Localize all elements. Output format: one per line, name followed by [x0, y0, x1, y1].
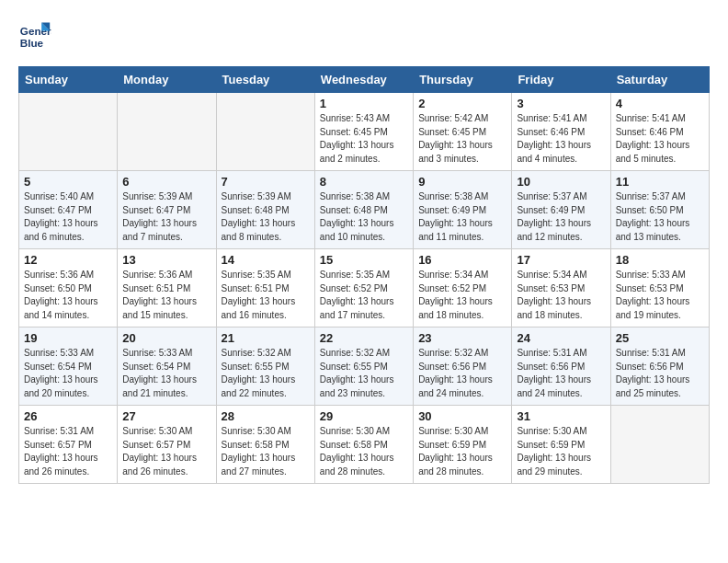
day-info: Sunrise: 5:40 AMSunset: 6:47 PMDaylight:… [24, 190, 112, 244]
calendar-cell: 26Sunrise: 5:31 AMSunset: 6:57 PMDayligh… [19, 406, 118, 484]
day-number: 19 [24, 331, 112, 345]
calendar-cell: 12Sunrise: 5:36 AMSunset: 6:50 PMDayligh… [19, 249, 118, 327]
calendar-week-row: 5Sunrise: 5:40 AMSunset: 6:47 PMDaylight… [19, 171, 710, 249]
calendar-cell: 20Sunrise: 5:33 AMSunset: 6:54 PMDayligh… [118, 327, 216, 406]
calendar-week-row: 19Sunrise: 5:33 AMSunset: 6:54 PMDayligh… [19, 327, 710, 406]
day-number: 15 [320, 253, 408, 267]
day-number: 17 [517, 253, 605, 267]
calendar-cell: 31Sunrise: 5:30 AMSunset: 6:59 PMDayligh… [512, 406, 610, 484]
day-number: 13 [122, 253, 210, 267]
calendar-cell [118, 93, 216, 171]
calendar-cell: 29Sunrise: 5:30 AMSunset: 6:58 PMDayligh… [314, 406, 413, 484]
day-info: Sunrise: 5:38 AMSunset: 6:48 PMDaylight:… [320, 190, 408, 244]
day-number: 24 [517, 331, 605, 345]
svg-text:Blue: Blue [20, 37, 44, 49]
day-number: 2 [418, 97, 506, 110]
calendar-cell: 2Sunrise: 5:42 AMSunset: 6:45 PMDaylight… [414, 93, 512, 171]
calendar-cell: 25Sunrise: 5:31 AMSunset: 6:56 PMDayligh… [610, 327, 709, 406]
day-info: Sunrise: 5:37 AMSunset: 6:50 PMDaylight:… [616, 190, 704, 244]
day-info: Sunrise: 5:30 AMSunset: 6:58 PMDaylight:… [320, 425, 408, 478]
day-number: 3 [517, 97, 605, 110]
day-number: 8 [320, 175, 408, 189]
calendar-week-row: 1Sunrise: 5:43 AMSunset: 6:45 PMDaylight… [19, 93, 710, 171]
day-info: Sunrise: 5:39 AMSunset: 6:47 PMDaylight:… [122, 190, 210, 244]
day-info: Sunrise: 5:32 AMSunset: 6:55 PMDaylight:… [320, 347, 408, 400]
day-number: 20 [122, 331, 210, 345]
weekday-header-row: SundayMondayTuesdayWednesdayThursdayFrid… [19, 67, 710, 93]
day-number: 22 [320, 331, 408, 345]
calendar-cell: 24Sunrise: 5:31 AMSunset: 6:56 PMDayligh… [512, 327, 610, 406]
day-info: Sunrise: 5:36 AMSunset: 6:50 PMDaylight:… [24, 269, 112, 322]
calendar-week-row: 12Sunrise: 5:36 AMSunset: 6:50 PMDayligh… [19, 249, 710, 327]
calendar-cell: 5Sunrise: 5:40 AMSunset: 6:47 PMDaylight… [19, 171, 118, 249]
day-number: 30 [418, 409, 506, 423]
calendar-cell: 1Sunrise: 5:43 AMSunset: 6:45 PMDaylight… [314, 93, 413, 171]
day-number: 5 [24, 175, 112, 189]
day-number: 16 [418, 253, 506, 267]
calendar-cell: 11Sunrise: 5:37 AMSunset: 6:50 PMDayligh… [610, 171, 709, 249]
day-info: Sunrise: 5:34 AMSunset: 6:53 PMDaylight:… [517, 269, 605, 322]
calendar-cell: 23Sunrise: 5:32 AMSunset: 6:56 PMDayligh… [414, 327, 512, 406]
page-header: General Blue [18, 18, 710, 52]
calendar-cell: 28Sunrise: 5:30 AMSunset: 6:58 PMDayligh… [216, 406, 314, 484]
day-number: 7 [222, 175, 310, 189]
day-info: Sunrise: 5:36 AMSunset: 6:51 PMDaylight:… [122, 269, 210, 322]
day-info: Sunrise: 5:42 AMSunset: 6:45 PMDaylight:… [418, 112, 506, 166]
weekday-header: Tuesday [216, 67, 314, 93]
day-number: 4 [616, 97, 704, 110]
calendar-cell: 19Sunrise: 5:33 AMSunset: 6:54 PMDayligh… [19, 327, 118, 406]
calendar-cell: 30Sunrise: 5:30 AMSunset: 6:59 PMDayligh… [414, 406, 512, 484]
calendar-cell: 14Sunrise: 5:35 AMSunset: 6:51 PMDayligh… [216, 249, 314, 327]
calendar-cell: 7Sunrise: 5:39 AMSunset: 6:48 PMDaylight… [216, 171, 314, 249]
day-number: 10 [517, 175, 605, 189]
calendar-cell: 3Sunrise: 5:41 AMSunset: 6:46 PMDaylight… [512, 93, 610, 171]
day-info: Sunrise: 5:31 AMSunset: 6:57 PMDaylight:… [24, 425, 112, 478]
day-info: Sunrise: 5:33 AMSunset: 6:54 PMDaylight:… [24, 347, 112, 400]
day-info: Sunrise: 5:33 AMSunset: 6:54 PMDaylight:… [122, 347, 210, 400]
day-number: 29 [320, 409, 408, 423]
calendar-cell: 10Sunrise: 5:37 AMSunset: 6:49 PMDayligh… [512, 171, 610, 249]
day-info: Sunrise: 5:35 AMSunset: 6:51 PMDaylight:… [222, 269, 310, 322]
calendar-cell [610, 406, 709, 484]
day-number: 21 [222, 331, 310, 345]
calendar-cell: 16Sunrise: 5:34 AMSunset: 6:52 PMDayligh… [414, 249, 512, 327]
weekday-header: Wednesday [314, 67, 413, 93]
day-number: 28 [222, 409, 310, 423]
day-info: Sunrise: 5:38 AMSunset: 6:49 PMDaylight:… [418, 190, 506, 244]
day-info: Sunrise: 5:32 AMSunset: 6:56 PMDaylight:… [418, 347, 506, 400]
calendar-cell: 17Sunrise: 5:34 AMSunset: 6:53 PMDayligh… [512, 249, 610, 327]
day-info: Sunrise: 5:39 AMSunset: 6:48 PMDaylight:… [222, 190, 310, 244]
calendar-cell: 9Sunrise: 5:38 AMSunset: 6:49 PMDaylight… [414, 171, 512, 249]
calendar-cell: 21Sunrise: 5:32 AMSunset: 6:55 PMDayligh… [216, 327, 314, 406]
weekday-header: Thursday [414, 67, 512, 93]
weekday-header: Sunday [19, 67, 118, 93]
weekday-header: Friday [512, 67, 610, 93]
calendar-cell: 18Sunrise: 5:33 AMSunset: 6:53 PMDayligh… [610, 249, 709, 327]
logo-icon: General Blue [18, 18, 51, 52]
day-info: Sunrise: 5:30 AMSunset: 6:59 PMDaylight:… [418, 425, 506, 478]
day-info: Sunrise: 5:30 AMSunset: 6:57 PMDaylight:… [122, 425, 210, 478]
day-info: Sunrise: 5:35 AMSunset: 6:52 PMDaylight:… [320, 269, 408, 322]
calendar-cell: 22Sunrise: 5:32 AMSunset: 6:55 PMDayligh… [314, 327, 413, 406]
day-info: Sunrise: 5:33 AMSunset: 6:53 PMDaylight:… [616, 269, 704, 322]
calendar-cell: 6Sunrise: 5:39 AMSunset: 6:47 PMDaylight… [118, 171, 216, 249]
weekday-header: Saturday [610, 67, 709, 93]
day-number: 18 [616, 253, 704, 267]
day-number: 12 [24, 253, 112, 267]
calendar-cell: 27Sunrise: 5:30 AMSunset: 6:57 PMDayligh… [118, 406, 216, 484]
weekday-header: Monday [118, 67, 216, 93]
calendar-table: SundayMondayTuesdayWednesdayThursdayFrid… [18, 66, 710, 484]
calendar-cell: 13Sunrise: 5:36 AMSunset: 6:51 PMDayligh… [118, 249, 216, 327]
day-number: 11 [616, 175, 704, 189]
day-number: 25 [616, 331, 704, 345]
day-info: Sunrise: 5:31 AMSunset: 6:56 PMDaylight:… [517, 347, 605, 400]
logo: General Blue [18, 18, 55, 52]
day-number: 1 [320, 97, 408, 110]
day-number: 27 [122, 409, 210, 423]
day-number: 9 [418, 175, 506, 189]
day-number: 6 [122, 175, 210, 189]
calendar-cell: 15Sunrise: 5:35 AMSunset: 6:52 PMDayligh… [314, 249, 413, 327]
calendar-week-row: 26Sunrise: 5:31 AMSunset: 6:57 PMDayligh… [19, 406, 710, 484]
day-info: Sunrise: 5:41 AMSunset: 6:46 PMDaylight:… [616, 112, 704, 166]
day-info: Sunrise: 5:43 AMSunset: 6:45 PMDaylight:… [320, 112, 408, 166]
